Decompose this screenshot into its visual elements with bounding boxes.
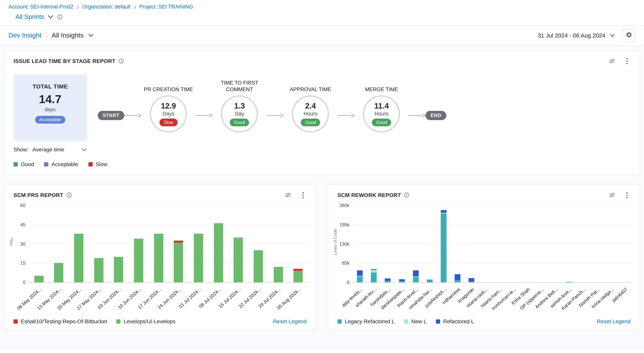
bar-Karan Panch...[interactable] — [580, 206, 586, 282]
chevron-down-icon[interactable] — [48, 15, 54, 18]
bar-segment[interactable] — [385, 281, 391, 282]
kebab-menu-icon[interactable]: ⋮ — [624, 192, 630, 198]
bar-segment[interactable] — [427, 280, 432, 282]
breadcrumb-link-organization[interactable]: Organization: default — [82, 4, 130, 10]
legend-item[interactable]: Legacy Refactored L — [338, 318, 394, 324]
bar-03 Jun 2024...[interactable] — [114, 206, 123, 282]
bar-sharath-lev...[interactable] — [371, 206, 377, 282]
bar-Nishith Pat...[interactable] — [594, 206, 600, 282]
stage-pr-creation-time[interactable]: PR CREATION TIME 12.9 Days Slow — [142, 74, 196, 132]
legend-item[interactable]: Refactored L — [436, 318, 474, 324]
bar-segment[interactable] — [441, 210, 446, 213]
bar-ajay-levelo...[interactable] — [357, 206, 363, 282]
bar-segment[interactable] — [74, 234, 84, 282]
legend-item[interactable]: New L — [404, 318, 426, 324]
bar-nonhuman-ie...[interactable] — [510, 206, 516, 282]
chevron-down-icon[interactable] — [610, 34, 615, 37]
bar-segment[interactable] — [399, 281, 404, 282]
bar-segment[interactable] — [154, 234, 163, 282]
bar-08 Jul 2024...[interactable] — [214, 206, 223, 282]
bar-10 Jun 2024...[interactable] — [134, 206, 143, 282]
bar-segment[interactable] — [94, 258, 104, 282]
bar-segment[interactable] — [54, 263, 64, 282]
bar-17 Jun 2024...[interactable] — [154, 206, 163, 282]
bar-OP (opperne...[interactable] — [538, 206, 544, 282]
sprint-selector[interactable]: All Sprints — [16, 13, 44, 20]
bar-segment[interactable] — [357, 276, 363, 282]
bar-20 May 2024...[interactable] — [74, 206, 84, 282]
bar-rrdharness[interactable] — [454, 206, 460, 282]
stage-approval-time[interactable]: APPROVAL TIME 2.4 Hours Good — [284, 74, 338, 132]
bar-segment[interactable] — [174, 242, 183, 282]
filter-sliders-icon[interactable] — [285, 192, 291, 198]
date-range-selector[interactable]: 31 Jul 2024 - 06 Aug 2024 — [538, 32, 606, 38]
bar-darshanpate...[interactable] — [399, 206, 404, 282]
bar-Andrew Bell...[interactable] — [552, 206, 558, 282]
legend-item[interactable]: Levelops/Ui-Levelops — [116, 318, 176, 324]
kebab-menu-icon[interactable]: ⋮ — [624, 58, 630, 64]
bar-segment[interactable] — [441, 214, 446, 282]
bar-nmahida-har...[interactable] — [427, 206, 432, 282]
bar-krina.vadga...[interactable] — [608, 206, 614, 282]
bar-05 Aug 2024...[interactable] — [294, 206, 303, 282]
info-icon[interactable] — [66, 192, 72, 198]
stage-time-to-first-comment[interactable]: TIME TO FIRST COMMENT 1.3 Day Good — [212, 74, 266, 132]
bar-segment[interactable] — [194, 234, 203, 282]
legend-item[interactable]: Esha610/Testing-Repo-Of-Bitbucket — [14, 318, 107, 324]
bar-segment[interactable] — [274, 267, 283, 282]
bar-segment[interactable] — [469, 278, 474, 282]
info-icon[interactable] — [57, 14, 63, 20]
filter-sliders-icon[interactable] — [609, 192, 615, 198]
show-metric-select[interactable]: Show: Average time — [14, 146, 87, 152]
bar-13 May 2024...[interactable] — [54, 206, 64, 282]
bar-segment[interactable] — [454, 280, 460, 282]
reset-legend-link[interactable]: Reset Legend — [597, 318, 630, 324]
legend-item[interactable]: Slow — [88, 161, 107, 167]
bar-06 May 2024...[interactable] — [34, 206, 44, 282]
bar-segment[interactable] — [469, 282, 474, 282]
bar-27 May 2024...[interactable] — [94, 206, 104, 282]
bar-harshitbits...[interactable] — [385, 206, 391, 282]
bar-segment[interactable] — [234, 238, 243, 282]
bar-24 Jun 2024...[interactable] — [174, 206, 183, 282]
bar-segment[interactable] — [371, 270, 377, 273]
bar-segment[interactable] — [385, 278, 391, 281]
info-icon[interactable] — [404, 192, 410, 198]
breadcrumb-link-account[interactable]: Account: SEI-Internal-Prod2 — [8, 4, 73, 10]
bar-thanh-level...[interactable] — [413, 206, 418, 282]
reset-legend-link[interactable]: Reset Legend — [273, 318, 306, 324]
legend-item[interactable]: Acceptable — [44, 161, 78, 167]
bar-segment[interactable] — [294, 269, 303, 271]
bar-segment[interactable] — [34, 276, 44, 282]
bar-01 Jul 2024...[interactable] — [194, 206, 203, 282]
bar-15 Jul 2024...[interactable] — [234, 206, 243, 282]
bar-ashish-leve...[interactable] — [566, 206, 572, 282]
bar-segment[interactable] — [294, 271, 303, 282]
info-icon[interactable] — [118, 58, 124, 64]
stage-merge-time[interactable]: MERGE TIME 11.4 Hours Good — [354, 74, 409, 132]
bar-segment[interactable] — [214, 224, 223, 282]
settings-button[interactable] — [622, 29, 636, 42]
bar-justAkshitA...[interactable] — [441, 206, 446, 282]
bar-segment[interactable] — [134, 239, 143, 282]
bar-knagurski[interactable] — [469, 206, 474, 282]
breadcrumb-link-project[interactable]: Project: SEI TRAINING — [139, 4, 193, 10]
bar-29 Jul 2024...[interactable] — [274, 206, 283, 282]
bar-segment[interactable] — [114, 257, 123, 282]
bar-segment[interactable] — [254, 250, 263, 282]
bar-22 Jul 2024...[interactable] — [254, 206, 263, 282]
bar-haaris-ham...[interactable] — [496, 206, 502, 282]
bar-segment[interactable] — [413, 270, 418, 276]
chevron-down-icon[interactable] — [88, 34, 94, 37]
bar-segment[interactable] — [371, 273, 377, 282]
bar-Esha Shah[interactable] — [524, 206, 530, 282]
insight-name[interactable]: Dev Insight — [8, 32, 41, 39]
kebab-menu-icon[interactable]: ⋮ — [300, 192, 306, 198]
bar-risana-rash...[interactable] — [482, 206, 488, 282]
filter-sliders-icon[interactable] — [609, 58, 615, 64]
legend-item[interactable]: Good — [14, 161, 34, 167]
bar-segment[interactable] — [357, 270, 363, 276]
bar-segment[interactable] — [174, 240, 183, 242]
bar-segment[interactable] — [454, 274, 460, 280]
bar-jatin6407[interactable] — [622, 206, 628, 282]
